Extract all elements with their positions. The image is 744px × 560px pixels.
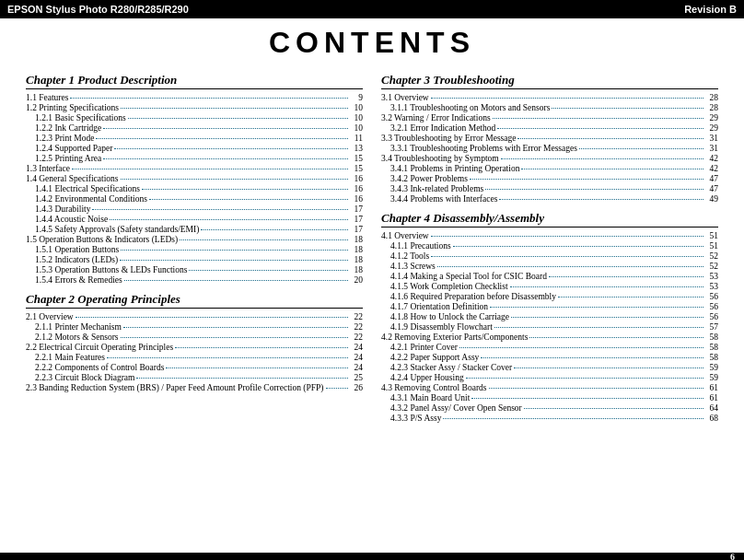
toc-page: 61: [705, 393, 718, 402]
toc-entry: 2.2.1 Main Features24: [26, 353, 363, 362]
toc-entry: 4.1.6 Required Preparation before Disass…: [381, 292, 718, 301]
toc-page: 10: [350, 123, 363, 133]
chapter-heading: Chapter 2 Operating Principles: [26, 292, 363, 309]
chapter-heading: Chapter 1 Product Description: [26, 73, 363, 89]
toc-page: 24: [350, 353, 363, 362]
toc-label: 4.1.4 Making a Special Tool for CSIC Boa…: [381, 272, 547, 281]
toc-entry: 4.1.3 Screws52: [381, 262, 718, 271]
toc-page: 57: [705, 322, 718, 332]
toc-label: 1.5.4 Errors & Remedies: [26, 275, 122, 285]
toc-label: 1.2.1 Basic Specifications: [26, 113, 126, 122]
toc-page: 56: [705, 312, 718, 321]
toc-label: 3.1 Overview: [381, 93, 429, 102]
toc-columns: Chapter 1 Product Description1.1 Feature…: [26, 73, 718, 424]
toc-dots: [514, 368, 703, 368]
toc-entry: 3.2.1 Error Indication Method29: [381, 123, 718, 133]
toc-entry: 4.3 Removing Control Boards61: [381, 383, 718, 392]
toc-dots: [481, 357, 703, 358]
toc-dots: [189, 270, 348, 271]
toc-page: 68: [705, 414, 718, 423]
toc-label: 1.4.4 Acoustic Noise: [26, 215, 108, 224]
toc-page: 26: [350, 383, 363, 392]
toc-entry: 2.2.3 Circuit Block Diagram25: [26, 373, 363, 382]
toc-label: 1.4.5 Safety Approvals (Safety standards…: [26, 225, 199, 234]
toc-entry: 1.2.3 Print Mode11: [26, 134, 363, 143]
toc-entry: 1.5 Operation Buttons & Indicators (LEDs…: [26, 235, 363, 244]
toc-entry: 1.4.1 Electrical Specifications16: [26, 184, 363, 193]
toc-entry: 1.4.3 Durability17: [26, 204, 363, 214]
toc-entry: 1.4.4 Acoustic Noise17: [26, 215, 363, 224]
toc-dots: [485, 189, 703, 190]
toc-page: 18: [350, 245, 363, 254]
toc-entry: 1.2.5 Printing Area15: [26, 154, 363, 163]
page-number: 6: [730, 552, 735, 561]
toc-entry: 3.3 Troubleshooting by Error Message31: [381, 134, 718, 143]
toc-entry: 4.1.7 Orientation Definition56: [381, 302, 718, 311]
toc-page: 11: [350, 134, 363, 143]
toc-page: 22: [350, 332, 363, 342]
toc-page: 20: [350, 275, 363, 285]
toc-label: 2.1 Overview: [26, 312, 74, 321]
toc-label: 4.1.8 How to Unlock the Carriage: [381, 312, 509, 321]
toc-page: 24: [350, 363, 363, 372]
toc-dots: [497, 128, 703, 129]
toc-entry: 2.1.2 Motors & Sensors22: [26, 332, 363, 342]
toc-label: 3.4.1 Problems in Printing Operation: [381, 164, 519, 173]
toc-dots: [490, 307, 703, 308]
toc-page: 49: [705, 194, 718, 204]
toc-label: 3.4.2 Power Problems: [381, 174, 468, 183]
toc-dots: [128, 118, 348, 119]
toc-label: 1.5.2 Indicators (LEDs): [26, 255, 118, 264]
toc-entry: 1.4.2 Environmental Conditions16: [26, 194, 363, 204]
toc-label: 3.2.1 Error Indication Method: [381, 123, 495, 133]
toc-dots: [72, 169, 348, 169]
revision-label: Revision B: [684, 4, 737, 15]
toc-dots: [443, 418, 703, 419]
toc-label: 3.4.4 Problems with Interfaces: [381, 194, 497, 204]
footer-bar: 6: [0, 553, 744, 560]
toc-entry: 4.1.9 Disassembly Flowchart57: [381, 322, 718, 332]
toc-dots: [123, 327, 348, 328]
toc-entry: 1.2.1 Basic Specifications10: [26, 113, 363, 122]
toc-dots: [166, 368, 348, 368]
toc-label: 2.2.1 Main Features: [26, 353, 105, 362]
toc-entry: 3.4.3 Ink-related Problems47: [381, 184, 718, 193]
toc-page: 22: [350, 312, 363, 321]
toc-label: 2.3 Banding Reduction System (BRS) / Pap…: [26, 383, 324, 392]
toc-entry: 2.1 Overview22: [26, 312, 363, 321]
toc-page: 51: [705, 231, 718, 240]
toc-entry: 2.2 Electrical Circuit Operating Princip…: [26, 343, 363, 352]
toc-page: 59: [705, 373, 718, 382]
toc-entry: 4.2.3 Stacker Assy / Stacker Cover59: [381, 363, 718, 372]
toc-label: 1.4.2 Environmental Conditions: [26, 194, 147, 204]
toc-label: 4.1.9 Disassembly Flowchart: [381, 322, 493, 332]
toc-dots: [549, 276, 703, 277]
toc-dots: [511, 317, 703, 318]
toc-dots: [142, 189, 348, 190]
toc-label: 1.5.1 Operation Buttons: [26, 245, 119, 254]
toc-dots: [92, 209, 348, 210]
toc-entry: 3.4.2 Power Problems47: [381, 174, 718, 183]
toc-page: 47: [705, 174, 718, 183]
toc-label: 4.1.5 Work Completion Checklist: [381, 282, 508, 291]
toc-dots: [96, 138, 348, 139]
toc-dots: [121, 337, 348, 338]
toc-entry: 3.3.1 Troubleshooting Problems with Erro…: [381, 144, 718, 153]
toc-page: 24: [350, 343, 363, 352]
toc-page: 42: [705, 154, 718, 163]
toc-page: 13: [350, 144, 363, 153]
toc-entry: 2.3 Banding Reduction System (BRS) / Pap…: [26, 383, 363, 392]
toc-dots: [494, 327, 703, 328]
toc-label: 1.2.4 Supported Paper: [26, 144, 112, 153]
page-title: CONTENTS: [26, 26, 718, 60]
toc-dots: [103, 128, 348, 129]
toc-dots: [524, 408, 703, 409]
toc-label: 3.4.3 Ink-related Problems: [381, 184, 483, 193]
toc-dots: [453, 246, 703, 247]
toc-dots: [437, 266, 703, 267]
toc-label: 4.1 Overview: [381, 231, 429, 240]
toc-label: 3.3 Troubleshooting by Error Message: [381, 134, 516, 143]
toc-dots: [470, 179, 703, 180]
toc-dots: [136, 378, 348, 379]
toc-page: 18: [350, 255, 363, 264]
